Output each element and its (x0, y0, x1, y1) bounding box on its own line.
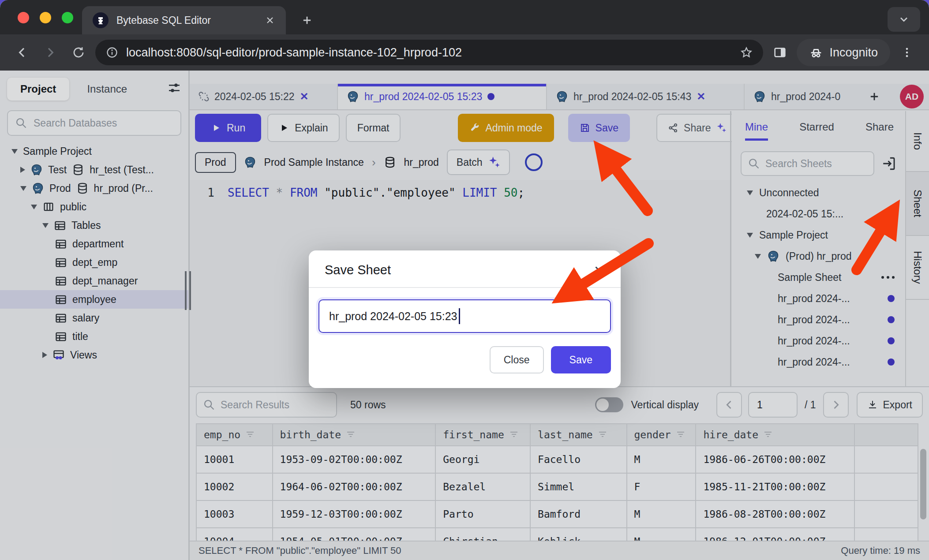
cell[interactable]: F (627, 473, 696, 500)
tree-item-employee[interactable]: employee (0, 290, 188, 309)
cell[interactable]: M (627, 446, 696, 473)
cell[interactable]: Koblick (530, 528, 626, 541)
export-button[interactable]: Export (857, 392, 923, 418)
cell[interactable]: 10001 (196, 446, 273, 473)
sort-icon[interactable] (763, 429, 773, 440)
close-button[interactable]: Close (490, 346, 544, 373)
browser-tab[interactable]: Bytebase SQL Editor (82, 6, 286, 34)
close-window-button[interactable] (18, 12, 29, 23)
sort-icon[interactable] (245, 429, 255, 440)
cell[interactable]: Parto (435, 500, 530, 528)
cell[interactable]: Facello (530, 446, 626, 473)
close-dialog-icon[interactable] (592, 264, 606, 277)
cell[interactable]: Bezalel (435, 473, 530, 500)
tab-search-button[interactable] (888, 7, 920, 32)
column-header[interactable]: last_name (530, 424, 626, 446)
instance-name[interactable]: Prod Sample Instance (264, 157, 364, 168)
tab-project[interactable]: Project (7, 78, 69, 101)
search-results-input[interactable]: Search Results (196, 392, 337, 418)
cell[interactable]: Georgi (435, 446, 530, 473)
tree-item-department[interactable]: department (0, 235, 188, 253)
table-row[interactable]: 100031959-12-03T00:00:00ZPartoBamfordM19… (196, 500, 918, 528)
tree-item-sample-project[interactable]: Sample Project (0, 142, 188, 161)
cell[interactable]: 1964-06-02T00:00:00Z (273, 473, 436, 500)
help-circle-icon[interactable] (525, 153, 543, 171)
batch-button[interactable]: Batch (447, 149, 510, 175)
scrollbar-thumb[interactable] (920, 449, 926, 519)
cell[interactable]: 1986-06-26T00:00:00Z (696, 446, 854, 473)
sheet-group-unconnected[interactable]: Unconnected (732, 182, 905, 203)
explain-button[interactable]: Explain (267, 114, 339, 142)
cell[interactable]: M (627, 528, 696, 541)
tab-starred[interactable]: Starred (799, 121, 834, 133)
sheet-item-hr-prod-1[interactable]: hr_prod 2024-... (732, 288, 905, 309)
tree-item-views[interactable]: Views (0, 346, 188, 364)
tab-instance[interactable]: Instance (74, 78, 140, 101)
close-tab-icon[interactable] (265, 15, 275, 26)
sheet-tab-1543[interactable]: hr_prod 2024-02-05 15:43 ✕ (547, 84, 745, 109)
cell[interactable]: 1954-05-01T00:00:00Z (273, 528, 436, 541)
close-icon[interactable]: ✕ (697, 90, 705, 103)
table-row[interactable]: 100011953-09-02T00:00:00ZGeorgiFacelloM1… (196, 446, 918, 473)
column-header[interactable]: hire_date (696, 424, 854, 446)
tree-item-tables[interactable]: Tables (0, 216, 188, 235)
page-number-input[interactable]: 1 (748, 392, 798, 418)
cell[interactable]: Chirstian (435, 528, 530, 541)
tree-item-dept-emp[interactable]: dept_emp (0, 253, 188, 272)
chevron-down-icon[interactable] (20, 186, 26, 191)
cell[interactable]: M (627, 500, 696, 528)
cell[interactable]: 1959-12-03T00:00:00Z (273, 500, 436, 528)
reload-icon[interactable] (67, 41, 90, 64)
save-sheet-button[interactable]: Save (551, 346, 611, 373)
maximize-window-button[interactable] (62, 12, 73, 23)
vertical-display-toggle[interactable] (595, 397, 623, 412)
chevron-down-icon[interactable] (31, 205, 37, 209)
tab-mine[interactable]: Mine (745, 121, 768, 141)
column-header[interactable]: gender (627, 424, 696, 446)
back-icon[interactable] (11, 41, 34, 64)
table-row[interactable]: 100041954-05-01T00:00:00ZChirstianKoblic… (196, 528, 918, 541)
chevron-down-icon[interactable] (11, 149, 18, 154)
browser-menu-icon[interactable] (895, 41, 918, 64)
chevron-down-icon[interactable] (747, 190, 753, 195)
new-tab-button[interactable] (298, 11, 316, 29)
table-row[interactable]: 100021964-06-02T00:00:00ZBezalelSimmelF1… (196, 473, 918, 500)
sheet-item-hr-prod-4[interactable]: hr_prod 2024-... (732, 351, 905, 373)
sheet-group-prod-hr-prod[interactable]: (Prod) hr_prod (732, 246, 905, 267)
sidebar-resize-handle[interactable] (185, 271, 191, 310)
next-page-button[interactable] (823, 392, 849, 418)
column-header[interactable]: birth_date (273, 424, 436, 446)
sort-icon[interactable] (345, 429, 356, 440)
tab-share[interactable]: Share (865, 121, 894, 133)
bookmark-star-icon[interactable] (740, 46, 753, 59)
forward-icon[interactable] (39, 41, 62, 64)
column-header[interactable]: emp_no (196, 424, 273, 446)
sheet-name-input[interactable]: hr_prod 2024-02-05 15:23 (318, 299, 611, 333)
right-panel-divider[interactable] (730, 111, 731, 386)
tab-sheet[interactable]: Sheet (906, 172, 929, 236)
run-button[interactable]: Run (195, 114, 261, 142)
share-button[interactable]: Share (656, 114, 738, 142)
sheet-item-unconnected-date[interactable]: 2024-02-05 15:... (732, 203, 905, 224)
sheet-tab-truncated[interactable]: hr_prod 2024-0 (745, 84, 860, 109)
search-sheets-input[interactable]: Search Sheets (741, 151, 874, 176)
sheet-tab-unsaved[interactable]: 2024-02-05 15:22 ✕ (190, 84, 338, 109)
search-databases-input[interactable]: Search Databases (7, 110, 181, 136)
sheet-group-sample-project[interactable]: Sample Project (732, 224, 905, 246)
sheet-item-sample-sheet[interactable]: Sample Sheet (732, 267, 905, 288)
format-button[interactable]: Format (346, 114, 401, 142)
sort-icon[interactable] (509, 429, 519, 440)
cell[interactable]: 10003 (196, 500, 273, 528)
chevron-right-icon[interactable] (20, 167, 25, 173)
sheet-tab-active[interactable]: hr_prod 2024-02-05 15:23 (338, 84, 547, 109)
chevron-right-icon[interactable] (42, 352, 47, 358)
cell[interactable]: Bamford (530, 500, 626, 528)
environment-badge[interactable]: Prod (195, 152, 236, 173)
sort-icon[interactable] (597, 429, 608, 440)
cell[interactable]: 1985-11-21T00:00:00Z (696, 473, 854, 500)
side-panel-icon[interactable] (768, 41, 791, 64)
tree-item-test-hr-test[interactable]: Test hr_test (Test... (0, 161, 188, 179)
more-actions-icon[interactable] (881, 276, 895, 279)
chevron-down-icon[interactable] (755, 254, 761, 259)
chevron-down-icon[interactable] (747, 233, 753, 238)
